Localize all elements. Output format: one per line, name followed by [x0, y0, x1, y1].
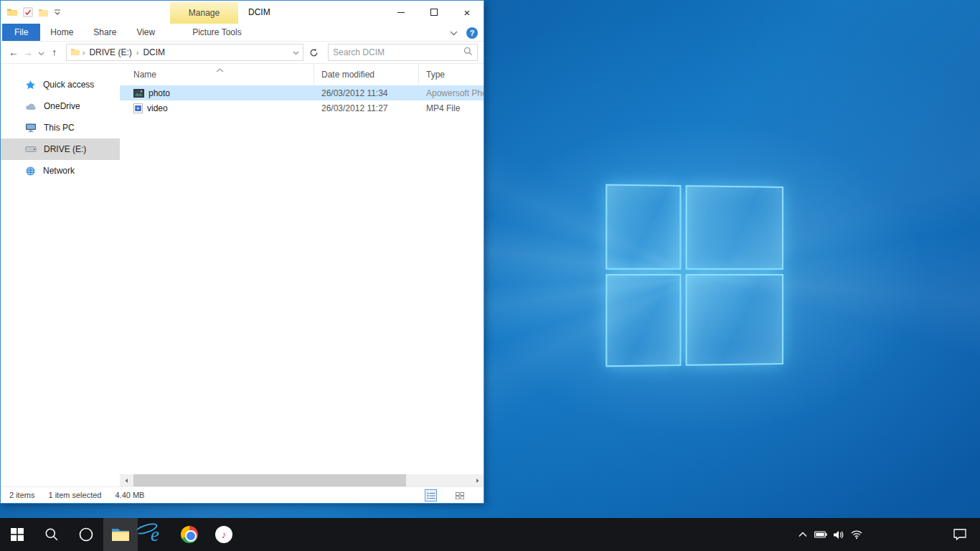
- quick-access-toolbar: [1, 6, 61, 18]
- tab-picture-tools[interactable]: Picture Tools: [182, 24, 251, 41]
- file-date-cell: 26/03/2012 11:34: [314, 88, 419, 98]
- sidebar-item-onedrive[interactable]: OneDrive: [1, 95, 120, 117]
- view-toggles: [425, 489, 479, 501]
- windows-logo-pane: [686, 274, 783, 366]
- sidebar-item-label: DRIVE (E:): [44, 144, 86, 154]
- start-button[interactable]: [0, 518, 34, 551]
- battery-icon[interactable]: [811, 518, 829, 551]
- windows-start-icon: [11, 528, 24, 541]
- breadcrumb-dcim[interactable]: DCIM: [141, 47, 167, 58]
- taskbar: e ♪: [0, 518, 980, 551]
- computer-icon: [25, 123, 37, 133]
- internet-explorer-button[interactable]: e: [138, 518, 172, 551]
- sidebar-item-quick-access[interactable]: Quick access: [1, 74, 120, 95]
- contextual-group-manage[interactable]: Manage: [170, 2, 238, 24]
- folder-icon: [70, 47, 80, 58]
- file-row-photo[interactable]: photo 26/03/2012 11:34 Apowersoft Pho: [120, 85, 484, 100]
- sidebar-item-label: Quick access: [43, 80, 94, 90]
- photo-file-icon: [133, 89, 144, 98]
- navigation-pane: Quick access OneDrive This PC DRIVE (E:)…: [1, 64, 120, 486]
- video-file-icon: [133, 103, 143, 113]
- search-icon[interactable]: [463, 46, 473, 59]
- scrollbar-thumb[interactable]: [133, 474, 406, 486]
- qat-customize-chevron-icon[interactable]: [54, 9, 61, 16]
- maximize-icon: [430, 9, 438, 16]
- selected-size: 4.40 MB: [115, 491, 144, 499]
- sort-ascending-icon: [216, 65, 224, 75]
- wifi-icon[interactable]: [847, 518, 865, 551]
- title-bar: Manage DCIM ×: [1, 1, 484, 24]
- tab-home[interactable]: Home: [40, 24, 83, 41]
- address-dropdown-chevron-icon[interactable]: [293, 47, 299, 57]
- help-button[interactable]: ?: [466, 27, 478, 39]
- cloud-icon: [25, 102, 37, 110]
- file-name-cell: photo: [120, 88, 314, 98]
- tab-share[interactable]: Share: [83, 24, 126, 41]
- window-content: Quick access OneDrive This PC DRIVE (E:)…: [1, 64, 484, 486]
- tab-file[interactable]: File: [2, 24, 40, 41]
- address-bar[interactable]: › DRIVE (E:) › DCIM: [66, 44, 303, 61]
- taskbar-search-button[interactable]: [34, 518, 69, 551]
- star-icon: [25, 80, 36, 90]
- details-view-button[interactable]: [425, 489, 437, 501]
- recent-locations-chevron-icon[interactable]: [35, 46, 47, 59]
- taskbar-file-explorer-button[interactable]: [103, 518, 138, 551]
- file-type-cell: MP4 File: [419, 103, 484, 113]
- sidebar-item-network[interactable]: Network: [1, 160, 120, 182]
- sidebar-item-drive-e[interactable]: DRIVE (E:): [1, 138, 120, 160]
- windows-logo-pane: [606, 184, 681, 270]
- sidebar-item-label: Network: [43, 166, 75, 176]
- column-headers: Name Date modified Type: [120, 64, 484, 85]
- file-explorer-icon: [111, 527, 130, 542]
- horizontal-scrollbar[interactable]: [120, 474, 484, 486]
- file-type-cell: Apowersoft Pho: [419, 88, 484, 98]
- up-button[interactable]: ↑: [47, 47, 62, 58]
- window-controls: ×: [385, 1, 484, 24]
- action-center-button[interactable]: [946, 518, 974, 551]
- window-title: DCIM: [248, 1, 270, 24]
- explorer-app-icon: [6, 6, 18, 18]
- refresh-button[interactable]: [305, 44, 322, 61]
- breadcrumb-drive[interactable]: DRIVE (E:): [87, 47, 133, 58]
- navigation-toolbar: ← → ↑ › DRIVE (E:) › DCIM: [1, 42, 484, 64]
- windows-logo-pane: [606, 274, 681, 367]
- maximize-button[interactable]: [418, 1, 451, 24]
- scroll-right-arrow-icon[interactable]: [471, 474, 484, 486]
- file-explorer-window: Manage DCIM × File Home Share View Pictu…: [0, 0, 484, 504]
- selected-count: 1 item selected: [48, 491, 101, 499]
- close-button[interactable]: ×: [451, 1, 484, 24]
- qat-new-folder-icon[interactable]: [38, 7, 49, 17]
- sidebar-item-label: This PC: [44, 123, 75, 133]
- scroll-left-arrow-icon[interactable]: [120, 474, 132, 486]
- volume-icon[interactable]: [829, 518, 847, 551]
- back-button[interactable]: ←: [6, 47, 21, 58]
- file-list: Name Date modified Type photo 26/03/2012…: [120, 64, 484, 486]
- cortana-button[interactable]: [69, 518, 103, 551]
- tray-chevron-up-icon[interactable]: [793, 518, 811, 551]
- forward-button[interactable]: →: [21, 47, 35, 58]
- sidebar-item-label: OneDrive: [44, 101, 80, 111]
- column-header-type[interactable]: Type: [419, 64, 484, 85]
- itunes-icon: ♪: [215, 526, 232, 543]
- minimize-button[interactable]: [385, 1, 418, 24]
- ribbon-tab-row: File Home Share View Picture Tools ?: [1, 24, 484, 42]
- expand-ribbon-chevron-icon[interactable]: [450, 28, 458, 38]
- file-name: video: [147, 103, 168, 113]
- sidebar-item-this-pc[interactable]: This PC: [1, 117, 120, 138]
- column-header-date-modified[interactable]: Date modified: [314, 64, 419, 85]
- search-icon: [44, 527, 59, 542]
- tab-view[interactable]: View: [126, 24, 165, 41]
- search-input[interactable]: [333, 47, 463, 57]
- file-row-video[interactable]: video 26/03/2012 11:27 MP4 File: [120, 100, 484, 116]
- large-icons-view-button[interactable]: [453, 489, 466, 501]
- windows-logo-pane: [686, 185, 783, 270]
- file-name-cell: video: [120, 103, 314, 113]
- network-icon: [25, 166, 36, 176]
- status-bar: 2 items 1 item selected 4.40 MB: [1, 486, 484, 503]
- file-rows: photo 26/03/2012 11:34 Apowersoft Pho vi…: [120, 85, 484, 474]
- minimize-icon: [397, 12, 405, 13]
- itunes-button[interactable]: ♪: [207, 518, 241, 551]
- close-icon: ×: [464, 6, 471, 19]
- qat-properties-icon[interactable]: [23, 7, 33, 17]
- chrome-button[interactable]: [172, 518, 207, 551]
